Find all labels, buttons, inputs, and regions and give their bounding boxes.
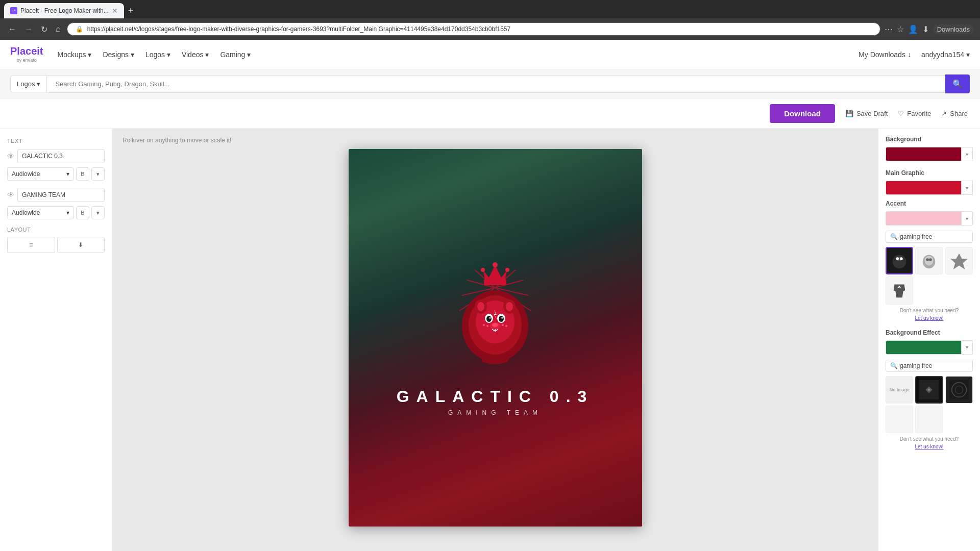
download-button[interactable]: Download <box>770 104 835 123</box>
placeit-logo[interactable]: Placeit by envato <box>10 46 43 63</box>
my-downloads-link[interactable]: My Downloads ↓ <box>859 51 911 59</box>
font-size-btn-1[interactable]: ▾ <box>91 167 105 181</box>
text-field-1-row: 👁 <box>7 149 105 163</box>
svg-point-36 <box>900 258 903 261</box>
extensions-icon[interactable]: ⋯ <box>885 24 893 34</box>
main-graphic-swatch[interactable] <box>886 181 962 195</box>
canvas-wrapper[interactable]: GALACTIC 0.3 GAMING TEAM <box>349 149 642 527</box>
bg-effect-title: Background Effect <box>886 329 973 336</box>
browser-chrome: P Placeit - Free Logo Maker with... ✕ + … <box>0 0 980 40</box>
background-color-row: ▾ <box>886 147 973 161</box>
graphic-search-bar[interactable]: 🔍 <box>886 231 973 243</box>
svg-point-29 <box>483 324 485 326</box>
bg-effect-dropdown[interactable]: ▾ <box>962 340 973 355</box>
text-input-2[interactable] <box>17 188 105 202</box>
svg-point-2 <box>493 262 498 267</box>
graphic-grid <box>886 247 973 305</box>
bg-effect-color-row: ▾ <box>886 340 973 355</box>
nav-videos[interactable]: Videos ▾ <box>182 51 209 59</box>
visibility-icon-1[interactable]: 👁 <box>7 152 14 160</box>
canvas-hint: Rollover on anything to move or scale it… <box>122 137 231 144</box>
downloads-icon[interactable]: ⬇ <box>922 24 929 34</box>
share-button[interactable]: ↗ Share <box>941 110 968 117</box>
main-graphic-dropdown[interactable]: ▾ <box>962 181 973 195</box>
right-sidebar: Background ▾ Main Graphic ▾ Accent <box>878 129 980 551</box>
svg-point-23 <box>499 316 504 322</box>
nav-right: My Downloads ↓ andyydna154 ▾ <box>859 51 970 59</box>
save-draft-button[interactable]: 💾 Save Draft <box>845 110 888 117</box>
favorite-button[interactable]: ♡ Favorite <box>898 110 931 117</box>
search-category-selector[interactable]: Logos ▾ <box>10 76 47 92</box>
bookmark-icon[interactable]: ☆ <box>897 24 904 34</box>
three-col-layout: Text 👁 Audiowide▾ B ▾ 👁 <box>0 129 980 551</box>
tab-favicon: P <box>10 7 17 14</box>
font-select-2[interactable]: Audiowide▾ <box>7 206 74 219</box>
new-tab-button[interactable]: + <box>124 6 138 16</box>
svg-point-39 <box>926 258 929 261</box>
bg-effect-swatch[interactable] <box>886 340 962 355</box>
graphic-item-4[interactable] <box>886 277 913 304</box>
svg-point-24 <box>489 317 491 319</box>
lock-icon: 🔒 <box>76 26 83 33</box>
background-color-dropdown[interactable]: ▾ <box>962 147 973 161</box>
svg-point-19 <box>506 302 513 311</box>
bg-let-us-know-link[interactable]: Let us know! <box>886 444 973 449</box>
home-button[interactable]: ⌂ <box>54 22 63 36</box>
graphic-item-1[interactable] <box>886 247 913 274</box>
nav-logos[interactable]: Logos ▾ <box>145 51 170 59</box>
bg-effect-item-2[interactable] <box>945 376 973 404</box>
user-menu[interactable]: andyydna154 ▾ <box>921 51 970 59</box>
graphic-search-input[interactable] <box>900 233 968 240</box>
tab-bar: P Placeit - Free Logo Maker with... ✕ + <box>0 0 980 18</box>
tab-close-icon[interactable]: ✕ <box>112 7 118 15</box>
accent-label: Accent <box>886 200 973 207</box>
visibility-icon-2[interactable]: 👁 <box>7 191 14 199</box>
graphic-item-3[interactable] <box>945 247 973 274</box>
no-image-item[interactable]: No Image <box>886 376 913 404</box>
svg-point-22 <box>486 316 492 322</box>
address-input-wrap[interactable]: 🔒 https://placeit.net/c/logos/stages/fre… <box>67 22 880 36</box>
back-button[interactable]: ← <box>6 22 18 36</box>
font-select-1[interactable]: Audiowide▾ <box>7 167 74 181</box>
profile-icon[interactable]: 👤 <box>908 24 918 34</box>
font-size-btn-2[interactable]: ▾ <box>91 206 105 219</box>
tab-title: Placeit - Free Logo Maker with... <box>20 7 109 14</box>
bg-search-icon: 🔍 <box>890 362 898 369</box>
forward-button[interactable]: → <box>22 22 35 36</box>
search-input[interactable] <box>47 75 945 93</box>
background-color-swatch[interactable] <box>886 147 962 161</box>
font-style-btn-1[interactable]: B <box>76 167 89 181</box>
svg-rect-4 <box>484 279 506 285</box>
search-bar: Logos ▾ 🔍 <box>0 69 980 99</box>
search-icon: 🔍 <box>952 80 963 88</box>
layout-btn-right[interactable]: ⬇ <box>57 237 105 253</box>
nav-gaming[interactable]: Gaming ▾ <box>220 51 251 59</box>
let-us-know-link[interactable]: Let us know! <box>886 315 973 321</box>
search-button[interactable]: 🔍 <box>945 74 970 93</box>
nav-mockups[interactable]: Mockups ▾ <box>57 51 91 59</box>
category-label: Logos <box>17 80 35 88</box>
bg-effect-search-input[interactable] <box>900 362 968 369</box>
bg-effect-grid: No Image <box>886 376 973 434</box>
layout-btn-left[interactable]: ≡ <box>7 237 55 253</box>
reload-button[interactable]: ↻ <box>39 22 50 36</box>
sub-logo-text: GAMING TEAM <box>448 409 542 416</box>
downloads-label: Downloads <box>933 24 974 34</box>
bg-effect-section: Background Effect ▾ 🔍 No Image <box>886 329 973 450</box>
text-input-1[interactable] <box>17 149 105 163</box>
text-field-2-row: 👁 <box>7 188 105 202</box>
accent-swatch[interactable] <box>886 211 962 226</box>
save-draft-icon: 💾 <box>845 110 853 117</box>
font-style-btn-2[interactable]: B <box>76 206 89 219</box>
font-row-2: Audiowide▾ B ▾ <box>7 206 105 219</box>
active-tab[interactable]: P Placeit - Free Logo Maker with... ✕ <box>4 3 124 18</box>
nav-designs[interactable]: Designs ▾ <box>103 51 134 59</box>
accent-dropdown[interactable]: ▾ <box>962 211 973 226</box>
content-area: Download 💾 Save Draft ♡ Favorite ↗ Share… <box>0 99 980 551</box>
bg-effect-search-bar[interactable]: 🔍 <box>886 360 973 372</box>
graphic-item-2[interactable] <box>915 247 943 274</box>
bg-effect-item-1[interactable] <box>915 376 943 404</box>
bg-dont-see-text: Don't see what you need? <box>886 436 973 442</box>
bg-effect-item-4[interactable] <box>915 406 943 433</box>
bg-effect-item-3[interactable] <box>886 406 913 433</box>
